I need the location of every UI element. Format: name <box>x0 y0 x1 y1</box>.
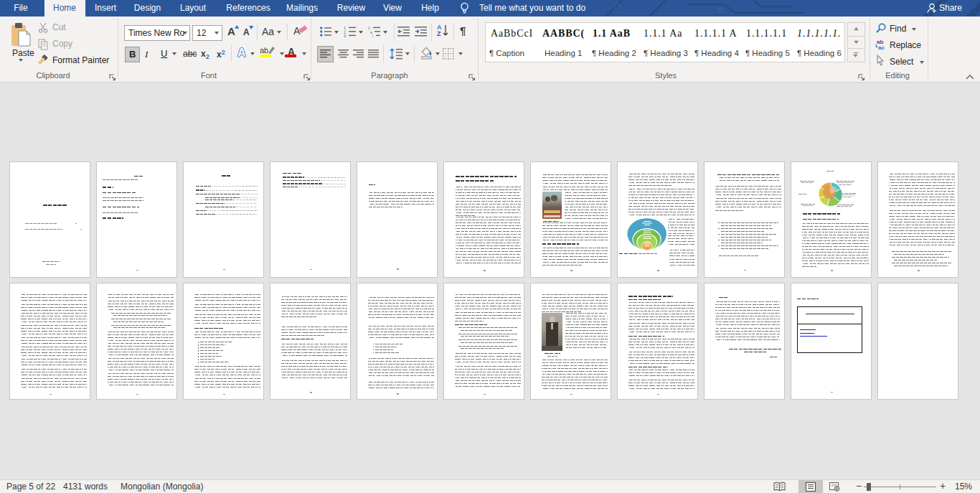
svg-text:ac: ac <box>878 44 885 51</box>
svg-text:3: 3 <box>344 34 346 38</box>
svg-text:i: i <box>372 34 373 38</box>
